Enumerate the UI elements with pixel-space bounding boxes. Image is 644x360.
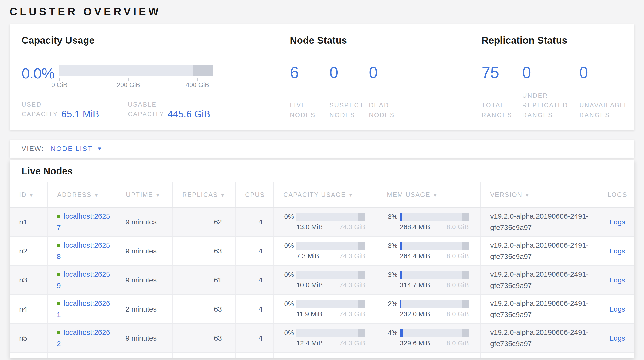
dead-nodes-label: DEAD NODES [369,100,408,120]
mem-percent: 3% [384,271,398,279]
capacity-total-value: 74.3 GiB [339,223,365,231]
column-header-id[interactable]: ID▼ [10,183,48,207]
node-replicas-cell: 62 [172,207,235,236]
axis-tick [60,78,60,81]
node-replicas: 63 [214,305,222,313]
node-live-status-icon [57,273,60,276]
cluster-overview-page: CLUSTER OVERVIEW Capacity Usage 0.0% 0 G… [0,0,644,358]
logs-link[interactable]: Logs [610,247,625,255]
capacity-percent: 0% [280,329,294,337]
capacity-total-value: 74.3 GiB [339,281,365,289]
node-version-cell: v19.2.0-alpha.20190606-2491-gfe735c9a97 [480,294,600,323]
sort-icon: ▼ [29,193,34,198]
usable-capacity-value: 445.6 GiB [168,109,210,119]
mem-bar-fill [400,329,403,337]
node-status-section: Node Status 6 LIVE NODES 0 SUSPECT NODES… [290,35,482,130]
mem-bar-track [400,300,469,308]
mem-usage-meter: 3% 268.4 MiB 8.0 GiB [377,213,480,231]
node-address-link[interactable]: localhost:26259 [57,270,110,289]
node-address-link[interactable]: localhost:26261 [57,299,110,318]
capacity-bar-tail [358,329,365,337]
total-ranges-value: 75 [482,65,522,80]
node-uptime: 9 minutes [126,218,157,226]
node-cpus-cell: 4 [235,323,274,352]
under-replicated-ranges-stat: 0 UNDER-REPLICATED RANGES [522,65,579,120]
usable-capacity-stat: USABLE CAPACITY 445.6 GiB [128,100,210,119]
mem-bar-track [400,213,469,221]
node-address-link[interactable]: localhost:26262 [57,328,110,347]
node-mem-cell: 3% 314.7 MiB 8.0 GiB [377,265,480,294]
capacity-bar-tail [193,65,213,76]
axis-tick-label: 400 GiB [186,81,209,89]
node-version: v19.2.0-alpha.20190606-2491-gfe735c9a97 [490,299,588,318]
node-id: n5 [19,334,27,342]
capacity-used-value: 11.9 MiB [296,310,322,318]
column-header-replicas[interactable]: REPLICAS▼ [172,183,235,207]
node-version: v19.2.0-alpha.20190606-2491-gfe735c9a97 [490,270,588,289]
axis-tick [163,78,164,81]
replication-status-section: Replication Status 75 TOTAL RANGES 0 UND… [482,35,639,130]
node-address-link[interactable]: localhost:26257 [57,212,110,231]
node-address-cell: localhost:26262 [48,323,116,352]
column-header-mem-usage[interactable]: MEM USAGE▼ [377,183,480,207]
table-row: n1 localhost:26257 9 minutes 62 4 0% 13.… [10,207,634,236]
logs-link[interactable]: Logs [610,276,625,284]
node-uptime: 2 minutes [126,305,157,313]
column-header-address[interactable]: ADDRESS▼ [48,183,116,207]
capacity-axis-labels: 0 GiB200 GiB400 GiB [60,81,213,90]
mem-used-value: 329.6 MiB [400,339,430,347]
capacity-total-value: 74.3 GiB [339,252,365,260]
logs-link[interactable]: Logs [610,334,625,342]
column-header-uptime[interactable]: UPTIME▼ [116,183,172,207]
node-live-status-icon [57,215,60,218]
mem-used-value: 314.7 MiB [400,281,430,289]
mem-used-value: 268.4 MiB [400,223,430,231]
node-cpus: 4 [258,276,262,284]
mem-bar-tail [462,329,469,337]
capacity-usage-meter: 0% 13.0 MiB 74.3 GiB [274,213,377,231]
node-status-title: Node Status [290,35,482,46]
mem-bar-track [400,242,469,250]
unavailable-ranges-value: 0 [579,65,639,80]
mem-usage-meter: 4% 329.6 MiB 8.0 GiB [377,329,480,347]
logs-link[interactable]: Logs [610,218,625,226]
capacity-usage-title: Capacity Usage [22,35,290,46]
node-address-link[interactable]: localhost:26258 [57,241,110,260]
capacity-percent: 0% [280,213,294,221]
column-header-capacity-usage[interactable]: CAPACITY USAGE▼ [274,183,377,207]
logs-link[interactable]: Logs [610,305,625,313]
node-id: n4 [19,305,27,313]
view-dropdown[interactable]: NODE LIST ▼ [51,145,102,153]
sort-icon: ▼ [433,193,438,198]
mem-bar-fill [400,271,402,279]
node-id: n2 [19,247,27,255]
axis-tick [94,78,94,81]
node-capacity-cell: 0% 13.0 MiB 74.3 GiB [274,207,377,236]
capacity-total-value: 74.3 GiB [339,339,365,347]
usable-capacity-label: USABLE CAPACITY [128,100,164,119]
column-header-version[interactable]: VERSION▼ [480,183,600,207]
node-uptime: 9 minutes [126,276,157,284]
mem-percent: 2% [384,300,398,308]
capacity-usage-meter: 0% 10.0 MiB 74.3 GiB [274,271,377,289]
live-nodes-title: Live Nodes [10,160,634,183]
mem-bar-fill [400,213,402,221]
node-version-cell: v19.2.0-alpha.20190606-2491-gfe735c9a97 [480,323,600,352]
mem-usage-meter: 3% 314.7 MiB 8.0 GiB [377,271,480,289]
capacity-bar-track [296,213,365,221]
dead-nodes-stat: 0 DEAD NODES [369,65,408,120]
mem-percent: 4% [384,329,398,337]
mem-bar-tail [462,213,469,221]
column-header-cpus: CPUS [235,183,274,207]
node-id-cell: n1 [10,207,48,236]
capacity-bar-tail [358,213,365,221]
node-live-status-icon [57,331,60,334]
capacity-bar-tail [358,300,365,308]
suspect-nodes-label: SUSPECT NODES [330,100,369,120]
summary-panel: Capacity Usage 0.0% 0 GiB200 GiB400 GiB … [10,24,634,130]
capacity-axis-ticks [60,77,213,81]
capacity-usage-meter: 0% 12.4 MiB 74.3 GiB [274,329,377,347]
unavailable-ranges-stat: 0 UNAVAILABLE RANGES [579,65,639,120]
capacity-percent: 0% [280,300,294,308]
mem-usage-meter: 3% 264.4 MiB 8.0 GiB [377,242,480,260]
